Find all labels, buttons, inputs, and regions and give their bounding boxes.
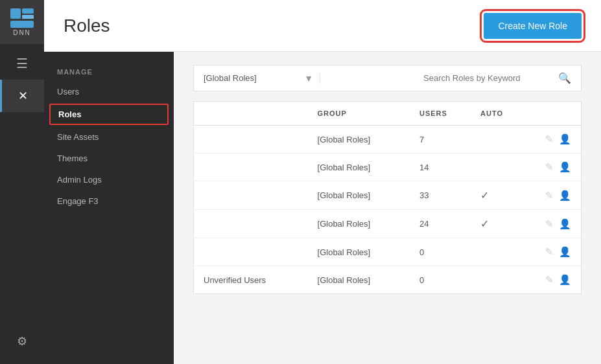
table-row: [Global Roles] 24 ✓ ✎ 👤 xyxy=(194,210,582,238)
col-header-actions xyxy=(531,102,582,126)
gear-icon-btn[interactable]: ⚙ xyxy=(0,325,44,358)
group-select-dropdown[interactable]: [Global Roles] ▼ xyxy=(204,73,320,84)
main-area: Roles Create New Role MANAGE Users Roles… xyxy=(44,0,601,364)
cell-name-1 xyxy=(194,154,308,181)
chevron-down-icon: ▼ xyxy=(304,73,313,84)
col-header-name xyxy=(194,102,308,126)
dnn-logo: DNN xyxy=(10,8,34,36)
wrench-icon: ✕ xyxy=(18,89,28,103)
cell-auto-1 xyxy=(471,154,530,181)
table-header-row: GROUP USERS AUTO xyxy=(194,102,582,126)
flyout-menu: MANAGE Users Roles Site Assets Themes Ad… xyxy=(44,52,174,364)
cell-name-0 xyxy=(194,126,308,154)
cell-group-4: [Global Roles] xyxy=(308,238,410,266)
dnn-logo-icon xyxy=(10,8,34,28)
user-icon-0[interactable]: 👤 xyxy=(559,133,571,145)
cell-users-4: 0 xyxy=(410,238,471,266)
user-icon-3[interactable]: 👤 xyxy=(559,218,571,230)
flyout-item-admin-logs[interactable]: Admin Logs xyxy=(44,169,174,190)
page-title: Roles xyxy=(64,16,110,36)
svg-rect-1 xyxy=(22,8,34,14)
content-wrapper: MANAGE Users Roles Site Assets Themes Ad… xyxy=(44,52,601,364)
user-icon-2[interactable]: 👤 xyxy=(559,190,571,201)
action-icons-5: ✎ 👤 xyxy=(541,274,571,286)
edit-icon-5[interactable]: ✎ xyxy=(545,274,554,286)
cell-actions-0: ✎ 👤 xyxy=(531,126,582,154)
action-icons-3: ✎ 👤 xyxy=(541,218,571,230)
cell-group-3: [Global Roles] xyxy=(308,210,410,238)
menu-lines-icon: ☰ xyxy=(16,56,28,71)
cell-users-3: 24 xyxy=(410,210,471,238)
check-icon: ✓ xyxy=(480,218,489,229)
cell-name-2 xyxy=(194,181,308,210)
cell-group-1: [Global Roles] xyxy=(308,154,410,181)
table-row: Unverified Users [Global Roles] 0 ✎ 👤 xyxy=(194,266,582,294)
action-icons-0: ✎ 👤 xyxy=(541,133,571,145)
table-body: [Global Roles] 7 ✎ 👤 [Global Roles] 14 ✎… xyxy=(194,126,582,294)
cell-name-5: Unverified Users xyxy=(194,266,308,294)
filter-bar: [Global Roles] ▼ 🔍 xyxy=(193,65,582,91)
cell-actions-5: ✎ 👤 xyxy=(531,266,582,294)
cell-auto-0 xyxy=(471,126,530,154)
cell-group-2: [Global Roles] xyxy=(308,181,410,210)
edit-icon-1[interactable]: ✎ xyxy=(545,161,554,173)
cell-auto-4 xyxy=(471,238,530,266)
roles-table: GROUP USERS AUTO [Global Roles] 7 ✎ 👤 xyxy=(193,101,582,294)
cell-auto-3: ✓ xyxy=(471,210,530,238)
cell-actions-1: ✎ 👤 xyxy=(531,154,582,181)
cell-users-5: 0 xyxy=(410,266,471,294)
svg-rect-3 xyxy=(10,21,34,28)
cell-auto-2: ✓ xyxy=(471,181,530,210)
flyout-section-title: MANAGE xyxy=(44,62,174,81)
menu-icon-btn[interactable]: ☰ xyxy=(0,47,44,80)
edit-icon-0[interactable]: ✎ xyxy=(545,133,554,145)
group-select-value: [Global Roles] xyxy=(204,73,257,83)
search-input[interactable] xyxy=(423,73,553,83)
cell-actions-3: ✎ 👤 xyxy=(531,210,582,238)
cell-actions-2: ✎ 👤 xyxy=(531,181,582,210)
edit-icon-4[interactable]: ✎ xyxy=(545,246,554,258)
user-icon-1[interactable]: 👤 xyxy=(559,161,571,173)
cell-group-5: [Global Roles] xyxy=(308,266,410,294)
header: Roles Create New Role xyxy=(44,0,601,52)
table-row: [Global Roles] 14 ✎ 👤 xyxy=(194,154,582,181)
action-icons-4: ✎ 👤 xyxy=(541,246,571,258)
search-box: 🔍 xyxy=(423,72,571,84)
dnn-text: DNN xyxy=(13,29,31,36)
user-icon-4[interactable]: 👤 xyxy=(559,246,571,258)
search-icon: 🔍 xyxy=(558,72,571,84)
col-header-group: GROUP xyxy=(308,102,410,126)
svg-rect-2 xyxy=(22,15,34,19)
svg-rect-0 xyxy=(10,8,21,19)
page-content: [Global Roles] ▼ 🔍 GROUP USERS AUTO xyxy=(174,52,601,364)
flyout-item-roles[interactable]: Roles xyxy=(49,104,169,125)
edit-icon-3[interactable]: ✎ xyxy=(545,218,554,230)
flyout-item-engage-f3[interactable]: Engage F3 xyxy=(44,190,174,212)
sidebar-bottom: ⚙ xyxy=(0,325,44,364)
cell-group-0: [Global Roles] xyxy=(308,126,410,154)
wrench-icon-btn[interactable]: ✕ xyxy=(0,80,44,112)
check-icon: ✓ xyxy=(480,190,489,201)
action-icons-2: ✎ 👤 xyxy=(541,190,571,201)
cell-users-2: 33 xyxy=(410,181,471,210)
flyout-item-users[interactable]: Users xyxy=(44,81,174,102)
gear-icon: ⚙ xyxy=(17,334,27,348)
table-row: [Global Roles] 7 ✎ 👤 xyxy=(194,126,582,154)
table-row: [Global Roles] 0 ✎ 👤 xyxy=(194,238,582,266)
cell-name-3 xyxy=(194,210,308,238)
edit-icon-2[interactable]: ✎ xyxy=(545,190,554,201)
cell-users-0: 7 xyxy=(410,126,471,154)
flyout-item-themes[interactable]: Themes xyxy=(44,148,174,169)
flyout-item-site-assets[interactable]: Site Assets xyxy=(44,126,174,148)
create-new-role-button[interactable]: Create New Role xyxy=(484,13,582,39)
cell-users-1: 14 xyxy=(410,154,471,181)
cell-name-4 xyxy=(194,238,308,266)
sidebar: DNN ☰ ✕ ⚙ xyxy=(0,0,44,364)
cell-auto-5 xyxy=(471,266,530,294)
user-icon-5[interactable]: 👤 xyxy=(559,274,571,286)
logo-container: DNN xyxy=(0,0,44,44)
col-header-auto: AUTO xyxy=(471,102,530,126)
col-header-users: USERS xyxy=(410,102,471,126)
action-icons-1: ✎ 👤 xyxy=(541,161,571,173)
table-row: [Global Roles] 33 ✓ ✎ 👤 xyxy=(194,181,582,210)
